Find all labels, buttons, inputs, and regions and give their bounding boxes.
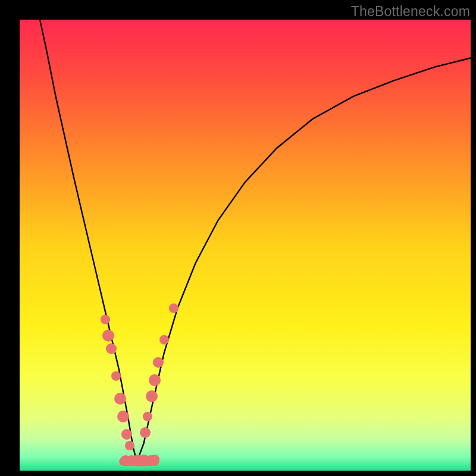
scatter-dot (101, 315, 110, 324)
scatter-dot (159, 335, 169, 345)
watermark-text: TheBottleneck.com (351, 4, 470, 20)
scatter-dot (114, 393, 126, 405)
scatter-dot (150, 455, 159, 464)
scatter-dot (153, 357, 164, 368)
curve-right-branch (137, 58, 471, 461)
plot-area (20, 20, 471, 471)
scatter-dot (169, 303, 178, 313)
scatter-dot (149, 374, 161, 386)
scatter-dot (143, 412, 152, 421)
scatter-dot (102, 330, 114, 342)
scatter-dot (125, 441, 134, 450)
scatter-dot (106, 343, 117, 354)
scatter-dot (121, 429, 132, 440)
chart-frame: TheBottleneck.com (0, 0, 476, 476)
scatter-dot (117, 411, 129, 422)
curve-layer (20, 20, 471, 471)
scatter-dot (140, 427, 151, 438)
scatter-dot (146, 390, 158, 402)
scatter-dot (111, 371, 121, 381)
